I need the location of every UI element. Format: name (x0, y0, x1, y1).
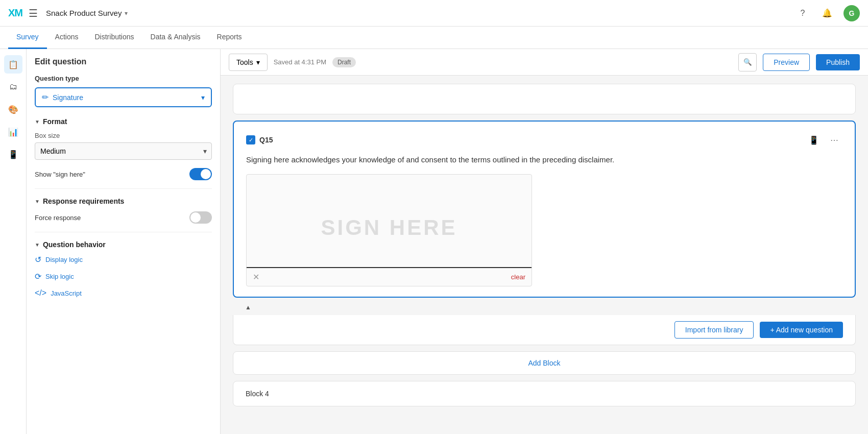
box-size-label: Box size (35, 132, 212, 139)
response-req-arrow-icon: ▼ (35, 199, 40, 204)
next-block-card: Block 4 (233, 381, 856, 406)
question-type-value: Signature (53, 93, 83, 102)
tab-data-analysis[interactable]: Data & Analysis (142, 27, 209, 49)
signature-box: SIGN HERE ✕ clear (246, 174, 532, 286)
show-sign-here-label: Show "sign here" (35, 171, 85, 178)
add-block-label: Add Block (528, 359, 560, 367)
response-req-section-header[interactable]: ▼ Response requirements (35, 197, 212, 205)
iconbar-theme[interactable]: 🎨 (4, 100, 22, 118)
tab-reports[interactable]: Reports (209, 27, 250, 49)
survey-content: ✓ Q15 📱 ⋯ Signing here acknowledges your… (221, 76, 868, 421)
box-size-select[interactable]: Medium Small Large (35, 142, 212, 160)
collapse-arrow-icon[interactable]: ▲ (245, 304, 251, 311)
search-button[interactable]: 🔍 (738, 53, 757, 71)
mobile-preview-button[interactable]: 📱 (806, 132, 822, 148)
publish-button[interactable]: Publish (816, 54, 860, 70)
clear-button[interactable]: clear (511, 273, 525, 281)
skip-logic-link[interactable]: ⟳ Skip logic (35, 272, 212, 281)
question-checkbox[interactable]: ✓ (246, 135, 255, 144)
bell-icon[interactable]: 🔔 (819, 5, 835, 21)
format-section-label: Format (43, 117, 67, 126)
add-new-question-button[interactable]: + Add new question (760, 322, 843, 338)
signature-icon: ✏ (42, 92, 49, 102)
draft-badge: Draft (332, 57, 356, 67)
title-caret-icon: ▾ (125, 10, 128, 17)
force-response-toggle[interactable] (189, 211, 212, 224)
show-sign-here-row: Show "sign here" (35, 168, 212, 180)
sub-nav: Survey Actions Distributions Data & Anal… (0, 27, 868, 49)
user-avatar[interactable]: G (843, 5, 860, 21)
question-text: Signing here acknowledges your knowledge… (246, 154, 842, 166)
search-icon: 🔍 (743, 58, 752, 66)
signature-x-icon: ✕ (253, 272, 259, 282)
show-sign-here-toggle[interactable] (189, 168, 212, 180)
box-size-wrapper: Medium Small Large (35, 142, 212, 160)
prev-question-card (233, 84, 856, 114)
display-logic-link[interactable]: ↺ Display logic (35, 255, 212, 264)
javascript-link[interactable]: </> JavaScript (35, 288, 212, 298)
response-req-section-label: Response requirements (43, 197, 125, 205)
iconbar-survey[interactable]: 📋 (4, 55, 22, 74)
content-area: Tools ▾ Saved at 4:31 PM Draft 🔍 Preview… (221, 49, 868, 434)
toolbar: Tools ▾ Saved at 4:31 PM Draft 🔍 Preview… (221, 49, 868, 76)
question-card: ✓ Q15 📱 ⋯ Signing here acknowledges your… (233, 120, 856, 298)
iconbar-blocks[interactable]: 🗂 (4, 78, 22, 96)
question-footer: Import from library + Add new question (233, 315, 856, 345)
main-layout: 📋 🗂 🎨 📊 📱 Edit question Question type ✏ … (0, 49, 868, 434)
force-response-row: Force response (35, 211, 212, 224)
tools-caret-icon: ▾ (256, 58, 260, 66)
iconbar-preview[interactable]: 📱 (4, 145, 22, 163)
top-nav: XM ☰ Snack Product Survey ▾ ? 🔔 G (0, 0, 868, 27)
question-behavior-section-header[interactable]: ▼ Question behavior (35, 240, 212, 249)
tools-label: Tools (236, 58, 253, 66)
sign-here-text: SIGN HERE (321, 215, 457, 240)
hamburger-icon[interactable]: ☰ (29, 7, 38, 19)
iconbar-tools[interactable]: 📊 (4, 123, 22, 141)
collapse-row: ▲ (233, 304, 856, 315)
more-options-button[interactable]: ⋯ (826, 132, 842, 148)
format-arrow-icon: ▼ (35, 119, 40, 125)
question-id: Q15 (259, 136, 802, 144)
sidebar: Edit question Question type ✏ Signature … (27, 49, 221, 434)
preview-button[interactable]: Preview (763, 54, 810, 71)
import-from-library-button[interactable]: Import from library (674, 321, 754, 339)
xm-logo: XM (8, 7, 22, 19)
skip-logic-icon: ⟳ (35, 272, 41, 281)
tab-distributions[interactable]: Distributions (87, 27, 142, 49)
tab-survey[interactable]: Survey (8, 27, 47, 49)
format-section-header[interactable]: ▼ Format (35, 117, 212, 126)
force-response-label: Force response (35, 214, 81, 222)
question-type-label: Question type (35, 75, 212, 82)
saved-text: Saved at 4:31 PM (274, 58, 326, 66)
tools-button[interactable]: Tools ▾ (229, 54, 268, 71)
question-behavior-arrow-icon: ▼ (35, 242, 40, 248)
help-icon[interactable]: ? (794, 5, 811, 21)
sidebar-title: Edit question (35, 57, 212, 66)
icon-bar: 📋 🗂 🎨 📊 📱 (0, 49, 27, 434)
question-type-caret-icon: ▾ (201, 93, 205, 102)
next-block-text: Block 4 (246, 390, 269, 398)
javascript-icon: </> (35, 288, 46, 298)
tab-actions[interactable]: Actions (47, 27, 87, 49)
question-type-select[interactable]: ✏ Signature ▾ (35, 87, 212, 107)
nav-icons: ? 🔔 G (794, 5, 860, 21)
question-behavior-section-label: Question behavior (43, 240, 106, 249)
display-logic-icon: ↺ (35, 255, 41, 264)
survey-title[interactable]: Snack Product Survey ▾ (46, 9, 128, 17)
add-block-row[interactable]: Add Block (233, 351, 856, 375)
